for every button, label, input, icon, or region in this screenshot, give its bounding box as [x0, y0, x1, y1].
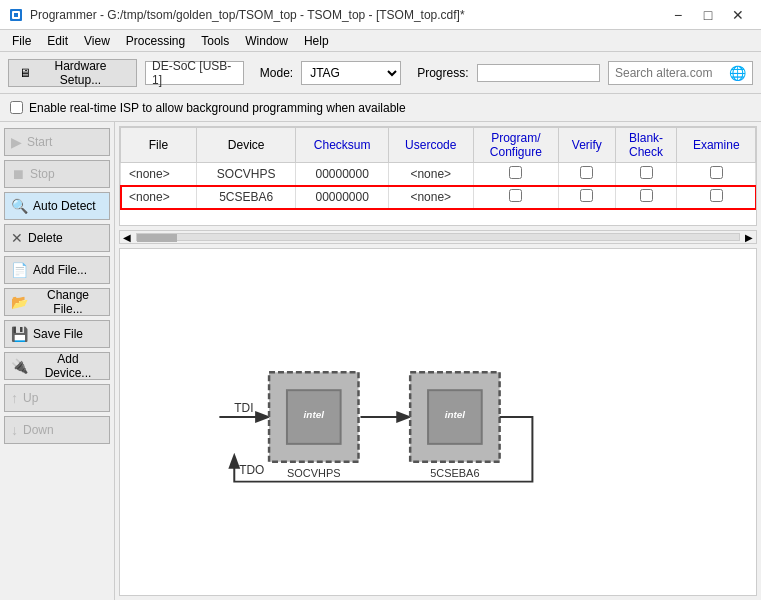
row2-verify-check[interactable]	[580, 189, 593, 202]
col-checksum: Checksum	[296, 128, 389, 163]
row2-file: <none>	[121, 186, 197, 209]
menu-window[interactable]: Window	[237, 32, 296, 50]
col-program: Program/Configure	[473, 128, 559, 163]
up-button[interactable]: ↑ Up	[4, 384, 110, 412]
sidebar: ▶ Start ⏹ Stop 🔍 Auto Detect ✕ Delete 📄 …	[0, 122, 115, 600]
menu-help[interactable]: Help	[296, 32, 337, 50]
row2-blank-check[interactable]	[640, 189, 653, 202]
search-input[interactable]	[615, 66, 725, 80]
up-icon: ↑	[11, 390, 18, 406]
add-device-button[interactable]: 🔌 Add Device...	[4, 352, 110, 380]
isp-checkbox[interactable]	[10, 101, 23, 114]
down-icon: ↓	[11, 422, 18, 438]
col-device: Device	[196, 128, 296, 163]
stop-button[interactable]: ⏹ Stop	[4, 160, 110, 188]
col-file: File	[121, 128, 197, 163]
add-file-button[interactable]: 📄 Add File...	[4, 256, 110, 284]
row1-verify-check[interactable]	[580, 166, 593, 179]
row1-program-check[interactable]	[509, 166, 522, 179]
menu-edit[interactable]: Edit	[39, 32, 76, 50]
menu-bar: File Edit View Processing Tools Window H…	[0, 30, 761, 52]
title-controls: − □ ✕	[663, 1, 753, 29]
stop-icon: ⏹	[11, 166, 25, 182]
row2-examine-check[interactable]	[710, 189, 723, 202]
save-file-icon: 💾	[11, 326, 28, 342]
menu-view[interactable]: View	[76, 32, 118, 50]
col-verify: Verify	[559, 128, 616, 163]
tdi-label: TDI	[234, 401, 253, 415]
mode-label: Mode:	[260, 66, 293, 80]
isp-label[interactable]: Enable real-time ISP to allow background…	[29, 101, 406, 115]
toolbar: 🖥 Hardware Setup... DE-SoC [USB-1] Mode:…	[0, 52, 761, 94]
row2-usercode: <none>	[388, 186, 473, 209]
delete-button[interactable]: ✕ Delete	[4, 224, 110, 252]
table-row[interactable]: <none> SOCVHPS 00000000 <none>	[121, 163, 756, 186]
row1-file: <none>	[121, 163, 197, 186]
menu-file[interactable]: File	[4, 32, 39, 50]
row1-examine[interactable]	[677, 163, 756, 186]
row1-blank-check[interactable]	[640, 166, 653, 179]
row1-verify[interactable]	[559, 163, 616, 186]
row1-checksum: 00000000	[296, 163, 389, 186]
scroll-thumb[interactable]	[137, 234, 177, 242]
right-panel: File Device Checksum Usercode Program/Co…	[115, 122, 761, 600]
row2-checksum: 00000000	[296, 186, 389, 209]
auto-detect-icon: 🔍	[11, 198, 28, 214]
row2-examine[interactable]	[677, 186, 756, 209]
row2-program-check[interactable]	[509, 189, 522, 202]
menu-processing[interactable]: Processing	[118, 32, 193, 50]
tdo-label: TDO	[239, 463, 264, 477]
down-button[interactable]: ↓ Down	[4, 416, 110, 444]
mode-select[interactable]: JTAG	[301, 61, 401, 85]
menu-tools[interactable]: Tools	[193, 32, 237, 50]
delete-icon: ✕	[11, 230, 23, 246]
diagram-area: TDI intel intel	[119, 248, 757, 596]
add-file-icon: 📄	[11, 262, 28, 278]
svg-text:SOCVHPS: SOCVHPS	[287, 467, 340, 479]
scroll-track[interactable]	[136, 233, 740, 241]
svg-rect-2	[14, 13, 18, 17]
start-icon: ▶	[11, 134, 22, 150]
scroll-right-arrow[interactable]: ▶	[742, 232, 756, 243]
hardware-icon: 🖥	[19, 66, 31, 80]
progress-bar	[477, 64, 600, 82]
table-scrollbar[interactable]: ◀ ▶	[119, 230, 757, 244]
main-content: ▶ Start ⏹ Stop 🔍 Auto Detect ✕ Delete 📄 …	[0, 122, 761, 600]
svg-text:intel: intel	[304, 409, 325, 420]
search-box: 🌐	[608, 61, 753, 85]
scroll-left-arrow[interactable]: ◀	[120, 232, 134, 243]
hardware-value: DE-SoC [USB-1]	[145, 61, 244, 85]
add-device-icon: 🔌	[11, 358, 28, 374]
row1-blank[interactable]	[615, 163, 677, 186]
isp-row: Enable real-time ISP to allow background…	[0, 94, 761, 122]
row1-program[interactable]	[473, 163, 559, 186]
title-bar: Programmer - G:/tmp/tsom/golden_top/TSOM…	[0, 0, 761, 30]
progress-label: Progress:	[417, 66, 468, 80]
row2-verify[interactable]	[559, 186, 616, 209]
change-file-button[interactable]: 📂 Change File...	[4, 288, 110, 316]
col-usercode: Usercode	[388, 128, 473, 163]
svg-text:5CSEBA6: 5CSEBA6	[430, 467, 479, 479]
maximize-button[interactable]: □	[693, 1, 723, 29]
close-button[interactable]: ✕	[723, 1, 753, 29]
row2-blank[interactable]	[615, 186, 677, 209]
auto-detect-button[interactable]: 🔍 Auto Detect	[4, 192, 110, 220]
save-file-button[interactable]: 💾 Save File	[4, 320, 110, 348]
svg-text:intel: intel	[445, 409, 466, 420]
col-examine: Examine	[677, 128, 756, 163]
window-title: Programmer - G:/tmp/tsom/golden_top/TSOM…	[30, 8, 663, 22]
row1-usercode: <none>	[388, 163, 473, 186]
col-blank: Blank-Check	[615, 128, 677, 163]
row2-program[interactable]	[473, 186, 559, 209]
change-file-icon: 📂	[11, 294, 28, 310]
app-icon	[8, 7, 24, 23]
table-row[interactable]: <none> 5CSEBA6 00000000 <none>	[121, 186, 756, 209]
minimize-button[interactable]: −	[663, 1, 693, 29]
table-area[interactable]: File Device Checksum Usercode Program/Co…	[119, 126, 757, 226]
row1-examine-check[interactable]	[710, 166, 723, 179]
globe-icon: 🌐	[729, 65, 746, 81]
hardware-setup-button[interactable]: 🖥 Hardware Setup...	[8, 59, 137, 87]
row1-device: SOCVHPS	[196, 163, 296, 186]
start-button[interactable]: ▶ Start	[4, 128, 110, 156]
row2-device: 5CSEBA6	[196, 186, 296, 209]
